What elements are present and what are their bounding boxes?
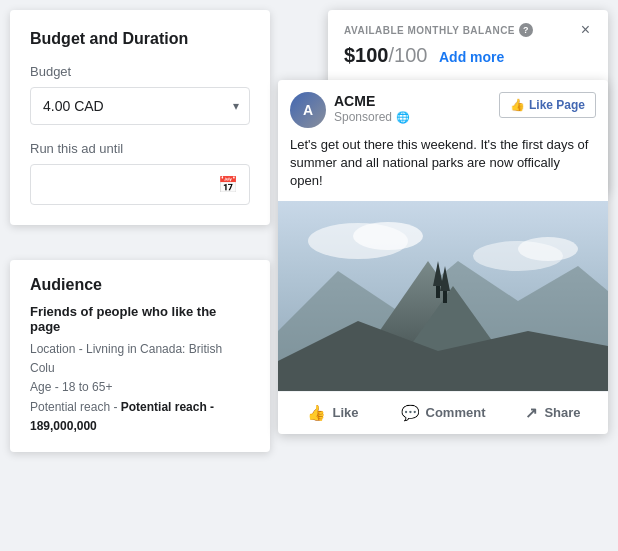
budget-duration-card: Budget and Duration Budget 4.00 CAD ▾ Ru… xyxy=(10,10,270,225)
balance-label: AVAILABLE MONTHLY BALANCE ? xyxy=(344,23,533,37)
audience-reach: Potential reach - Potential reach - 189,… xyxy=(30,398,250,436)
like-icon: 👍 xyxy=(307,404,326,422)
svg-point-2 xyxy=(353,222,423,250)
comment-label: Comment xyxy=(426,405,486,420)
audience-details: Location - Livning in Canada: British Co… xyxy=(30,340,250,436)
mountain-svg xyxy=(278,201,608,391)
sponsored-label: Sponsored 🌐 xyxy=(334,110,410,124)
ad-footer: 👍 Like 💬 Comment ↗ Share xyxy=(278,391,608,434)
page-name: ACME xyxy=(334,92,410,110)
share-icon: ↗ xyxy=(525,404,538,422)
close-button[interactable]: × xyxy=(579,22,592,38)
calendar-icon: 📅 xyxy=(218,175,238,194)
add-more-link[interactable]: Add more xyxy=(439,49,504,65)
info-icon[interactable]: ? xyxy=(519,23,533,37)
popup-header: AVAILABLE MONTHLY BALANCE ? × xyxy=(344,22,592,38)
ad-page-info: A ACME Sponsored 🌐 xyxy=(290,92,410,128)
comment-action[interactable]: 💬 Comment xyxy=(388,400,498,426)
thumbs-up-icon: 👍 xyxy=(510,98,525,112)
card-title: Budget and Duration xyxy=(30,30,250,48)
date-input[interactable]: June 16, 2018 xyxy=(43,177,218,193)
budget-label: Budget xyxy=(30,64,250,79)
page-meta: ACME Sponsored 🌐 xyxy=(334,92,410,124)
audience-type: Friends of people who like the page xyxy=(30,304,250,334)
current-balance: $100 xyxy=(344,44,389,66)
comment-icon: 💬 xyxy=(401,404,420,422)
like-page-button[interactable]: 👍 Like Page xyxy=(499,92,596,118)
ad-body-text: Let's get out there this weekend. It's t… xyxy=(278,136,608,201)
date-picker-wrapper[interactable]: June 16, 2018 📅 xyxy=(30,164,250,205)
balance-amount: $100/100 Add more xyxy=(344,44,592,67)
share-label: Share xyxy=(544,405,580,420)
globe-icon: 🌐 xyxy=(396,111,410,124)
audience-location: Location - Livning in Canada: British Co… xyxy=(30,340,250,378)
svg-point-4 xyxy=(518,237,578,261)
audience-title: Audience xyxy=(30,276,250,294)
svg-rect-12 xyxy=(443,291,447,303)
budget-select[interactable]: 4.00 CAD xyxy=(31,88,249,124)
total-balance: /100 xyxy=(389,44,428,66)
svg-rect-11 xyxy=(436,286,440,298)
run-ad-label: Run this ad until xyxy=(30,141,250,156)
avatar: A xyxy=(290,92,326,128)
audience-card: Audience Friends of people who like the … xyxy=(10,260,270,452)
like-label: Like xyxy=(332,405,358,420)
budget-select-wrapper[interactable]: 4.00 CAD ▾ xyxy=(30,87,250,125)
ad-image xyxy=(278,201,608,391)
ad-preview-card: A ACME Sponsored 🌐 👍 Like Page Let's get… xyxy=(278,80,608,434)
share-action[interactable]: ↗ Share xyxy=(498,400,608,426)
ad-header: A ACME Sponsored 🌐 👍 Like Page xyxy=(278,80,608,136)
like-action[interactable]: 👍 Like xyxy=(278,400,388,426)
audience-age: Age - 18 to 65+ xyxy=(30,378,250,397)
